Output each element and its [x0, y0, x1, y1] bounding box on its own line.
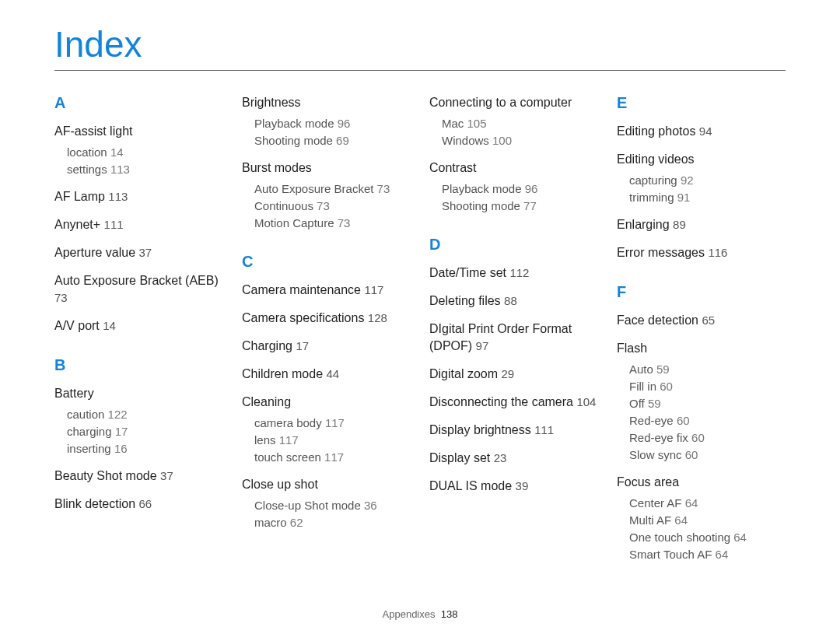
index-entry: Focus areaCenter AF 64Multi AF 64One tou… [617, 474, 786, 562]
index-subentry-page: 92 [681, 173, 694, 187]
index-term-page: 112 [509, 266, 529, 279]
index-term-page: 23 [494, 451, 507, 464]
index-subentry-page: 64 [733, 531, 747, 544]
index-subentry: inserting 16 [67, 441, 223, 457]
index-entry: Anynet+ 111 [54, 216, 223, 233]
index-entry: A/V port 14 [54, 317, 223, 335]
index-term: Display set 23 [429, 450, 598, 467]
index-subentry: Shooting mode 77 [442, 198, 598, 214]
index-subentry: Fill in 60 [629, 379, 786, 394]
index-subentry: Close-up Shot mode 36 [254, 498, 411, 513]
index-term: Beauty Shot mode 37 [54, 468, 223, 485]
index-entry: Disconnecting the camera 104 [429, 394, 598, 411]
index-term: A/V port 14 [54, 317, 223, 335]
index-subentry-page: 91 [677, 191, 691, 204]
index-entry: Error messages 116 [617, 244, 786, 261]
index-subentry: Auto Exposure Bracket 73 [254, 181, 411, 197]
index-letter: A [54, 94, 223, 112]
index-entry: Close up shotClose-up Shot mode 36macro … [242, 476, 411, 531]
index-subentry-page: 59 [648, 397, 661, 410]
footer-section: Appendixes [383, 608, 436, 620]
index-term: Charging 17 [242, 338, 411, 355]
index-term-page: 97 [476, 339, 489, 352]
index-letter: F [617, 283, 786, 301]
index-subentry-page: 73 [377, 182, 390, 195]
index-letter: E [617, 94, 786, 112]
index-page: Index AAF-assist lightlocation 14setting… [0, 0, 840, 634]
index-subentry-page: 60 [685, 448, 698, 461]
index-term: Burst modes [242, 159, 411, 177]
index-subentry: charging 17 [67, 424, 223, 440]
index-term: Display brightness 111 [429, 422, 598, 439]
index-term-page: 17 [296, 339, 309, 352]
index-term: Editing videos [617, 151, 786, 168]
index-subentry-page: 96 [338, 117, 351, 130]
index-term-page: 128 [368, 311, 387, 324]
index-subentry: Shooting mode 69 [254, 133, 411, 149]
index-subentry-page: 62 [290, 516, 303, 529]
index-subentry-page: 73 [317, 199, 330, 212]
index-letter: C [242, 253, 411, 271]
index-term: Enlarging 89 [617, 216, 786, 233]
index-entry: Camera specifications 128 [242, 310, 411, 327]
index-term-page: 44 [327, 367, 340, 380]
index-term-page: 89 [673, 218, 686, 231]
index-subentry: Playback mode 96 [254, 116, 411, 131]
index-subentry-page: 117 [279, 433, 299, 447]
index-subentry-page: 64 [716, 548, 729, 561]
index-entry: BrightnessPlayback mode 96Shooting mode … [242, 94, 411, 149]
index-subentry: touch screen 117 [254, 450, 411, 465]
index-subentry-page: 117 [324, 450, 344, 464]
index-term: Face detection 65 [617, 312, 786, 329]
index-subentry: Center AF 64 [629, 496, 786, 511]
index-term: Auto Exposure Bracket (AEB) 73 [54, 272, 223, 306]
index-term: Close up shot [242, 476, 411, 493]
index-letter: B [54, 356, 223, 374]
index-term: Error messages 116 [617, 244, 786, 261]
index-entry: Children mode 44 [242, 366, 411, 383]
index-entry: Auto Exposure Bracket (AEB) 73 [54, 272, 223, 306]
index-entry: Face detection 65 [617, 312, 786, 329]
index-term-page: 65 [702, 313, 715, 327]
index-subentry-page: 69 [336, 134, 349, 147]
index-subentry: lens 117 [254, 433, 411, 448]
index-entry: AF Lamp 113 [54, 188, 223, 205]
index-term: AF Lamp 113 [54, 188, 223, 205]
index-subentry: Windows 100 [442, 133, 598, 149]
index-letter: D [429, 236, 598, 254]
index-entry: Batterycaution 122charging 17inserting 1… [54, 385, 223, 457]
index-term: Battery [54, 385, 223, 402]
index-term-page: 111 [104, 218, 124, 231]
title-rule [54, 70, 786, 71]
index-term: Camera specifications 128 [242, 310, 411, 327]
index-term: AF-assist light [54, 123, 223, 140]
index-term: Camera maintenance 117 [242, 282, 411, 299]
page-footer: Appendixes 138 [0, 608, 840, 620]
index-entry: Burst modesAuto Exposure Bracket 73Conti… [242, 159, 411, 231]
index-term-page: 37 [139, 246, 152, 259]
index-subentry-page: 14 [110, 145, 124, 159]
index-term: Editing photos 94 [617, 123, 786, 140]
index-subentry-page: 64 [685, 496, 698, 510]
index-entry: Beauty Shot mode 37 [54, 468, 223, 485]
index-term-page: 117 [364, 283, 383, 296]
index-term-page: 113 [108, 190, 128, 203]
index-term-page: 111 [534, 423, 554, 436]
index-term-page: 104 [576, 395, 596, 408]
index-columns: AAF-assist lightlocation 14settings 113A… [54, 94, 786, 573]
index-subentry: trimming 91 [629, 190, 786, 205]
index-subentry: Smart Touch AF 64 [629, 547, 786, 562]
index-column: BrightnessPlayback mode 96Shooting mode … [242, 94, 411, 573]
footer-page: 138 [441, 608, 458, 620]
index-term: Date/Time set 112 [429, 264, 598, 282]
index-term: Digital zoom 29 [429, 366, 598, 383]
index-term-page: 88 [504, 294, 517, 307]
index-term: Brightness [242, 94, 411, 111]
index-subentry: Mac 105 [442, 116, 598, 131]
index-subentry-page: 77 [523, 199, 537, 212]
index-subentry-page: 122 [108, 408, 128, 421]
index-entry: Enlarging 89 [617, 216, 786, 233]
index-subentry: Playback mode 96 [442, 181, 598, 197]
index-term: Contrast [429, 159, 598, 177]
index-entry: ContrastPlayback mode 96Shooting mode 77 [429, 159, 598, 214]
